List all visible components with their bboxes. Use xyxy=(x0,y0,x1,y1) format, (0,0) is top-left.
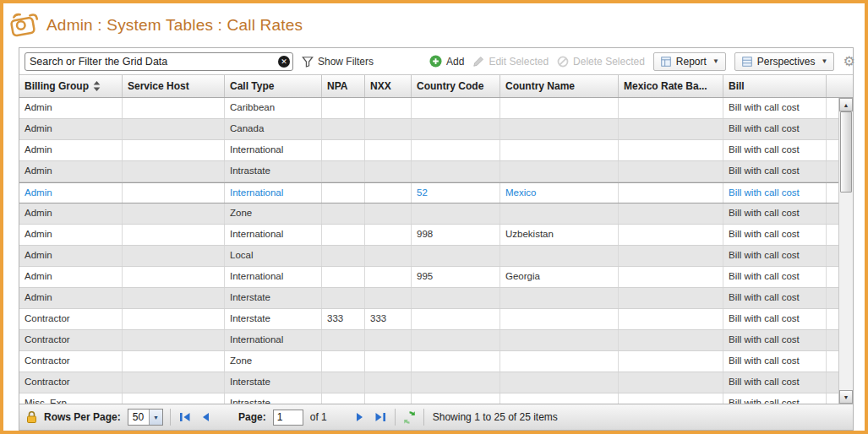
table-row[interactable]: AdminInternational995GeorgiaBill with ca… xyxy=(19,267,838,288)
table-cell xyxy=(619,351,723,372)
table-cell xyxy=(322,119,365,139)
column-header-nxx[interactable]: NXX xyxy=(365,75,412,97)
table-cell: Bill with call cost xyxy=(723,267,827,287)
table-cell: Admin xyxy=(19,140,123,160)
table-row[interactable]: ContractorInterstateBill with call cost xyxy=(19,372,838,393)
table-cell: Uzbekistan xyxy=(500,225,619,245)
table-cell xyxy=(412,372,500,393)
table-cell xyxy=(123,267,225,287)
table-cell: Zone xyxy=(225,351,322,372)
table-row[interactable]: AdminZoneBill with call cost xyxy=(19,203,838,225)
table-cell xyxy=(365,98,412,118)
table-cell: Contractor xyxy=(19,351,123,372)
show-filters-label: Show Filters xyxy=(318,56,374,68)
table-row[interactable]: Misc. ExpIntrastateBill with call cost xyxy=(19,393,838,404)
report-dropdown[interactable]: Report ▼ xyxy=(653,52,726,71)
column-header-call-type[interactable]: Call Type xyxy=(225,75,322,97)
column-header-label: Bill xyxy=(729,80,745,92)
refresh-button[interactable] xyxy=(402,410,417,425)
table-cell xyxy=(500,161,619,182)
rows-per-page-value: 50 xyxy=(128,411,149,423)
showing-items-label: Showing 1 to 25 of 25 items xyxy=(433,411,558,423)
table-cell: International xyxy=(225,330,322,350)
search-wrap: ✕ xyxy=(25,52,293,71)
gear-icon[interactable]: ⚙ xyxy=(843,53,856,69)
table-row[interactable]: AdminInternational52MexicoBill with call… xyxy=(19,182,838,203)
table-cell-filler xyxy=(827,330,838,350)
first-page-button[interactable] xyxy=(177,412,193,422)
table-cell: Bill with call cost xyxy=(723,351,827,372)
table-cell xyxy=(123,183,225,203)
table-cell: Admin xyxy=(19,161,123,182)
table-cell: Admin xyxy=(19,267,123,287)
table-cell: Admin xyxy=(19,225,123,245)
search-input[interactable] xyxy=(25,52,293,71)
column-header-billing-group[interactable]: Billing Group xyxy=(19,75,123,97)
table-row[interactable]: AdminCaribbeanBill with call cost xyxy=(19,98,838,119)
table-row[interactable]: ContractorZoneBill with call cost xyxy=(19,351,838,372)
page-number-input[interactable] xyxy=(273,410,303,426)
table-cell xyxy=(365,140,412,160)
table-row[interactable]: AdminCanadaBill with call cost xyxy=(19,119,838,140)
table-cell: Misc. Exp xyxy=(19,393,123,404)
footer-separator xyxy=(395,409,396,426)
vertical-scrollbar[interactable]: ▲ ▼ xyxy=(838,98,853,404)
show-filters-button[interactable]: Show Filters xyxy=(302,56,374,68)
footer-separator xyxy=(170,409,171,426)
previous-page-button[interactable] xyxy=(199,412,211,422)
table-cell: Admin xyxy=(19,203,123,224)
table-cell: International xyxy=(225,267,322,287)
table-cell xyxy=(123,372,225,393)
add-button[interactable]: Add xyxy=(429,55,464,68)
table-row[interactable]: AdminLocalBill with call cost xyxy=(19,246,838,267)
table-row[interactable]: AdminInternationalBill with call cost xyxy=(19,140,838,161)
table-cell xyxy=(123,351,225,372)
table-cell xyxy=(322,98,365,118)
column-header-label: Service Host xyxy=(128,80,189,92)
table-row[interactable]: ContractorInternationalBill with call co… xyxy=(19,330,838,351)
table-cell xyxy=(322,225,365,245)
scroll-down-button[interactable]: ▼ xyxy=(839,390,853,404)
next-page-button[interactable] xyxy=(354,412,366,422)
table-cell xyxy=(365,393,412,404)
grid-rows: AdminCaribbeanBill with call costAdminCa… xyxy=(19,98,838,404)
last-page-button[interactable] xyxy=(373,412,388,422)
column-header-service-host[interactable]: Service Host xyxy=(123,75,225,97)
table-cell: Mexico xyxy=(500,183,619,203)
scrollbar-track[interactable] xyxy=(839,111,853,390)
table-cell-filler xyxy=(827,183,838,203)
table-cell xyxy=(322,140,365,160)
column-header-country-code[interactable]: Country Code xyxy=(412,75,500,97)
column-header-mexico-rate[interactable]: Mexico Rate Ba... xyxy=(619,75,723,97)
scroll-up-button[interactable]: ▲ xyxy=(839,98,853,111)
table-cell xyxy=(322,267,365,287)
column-header-bill[interactable]: Bill xyxy=(723,75,827,97)
table-row[interactable]: AdminInterstateBill with call cost xyxy=(19,288,838,309)
column-header-label: Mexico Rate Ba... xyxy=(624,80,707,92)
table-row[interactable]: AdminIntrastateBill with call cost xyxy=(19,161,838,182)
table-cell xyxy=(500,393,619,404)
table-cell xyxy=(123,393,225,404)
sort-icon xyxy=(93,81,101,91)
table-row[interactable]: AdminInternational998UzbekistanBill with… xyxy=(19,225,838,246)
table-cell: Contractor xyxy=(19,372,123,393)
table-cell xyxy=(322,330,365,350)
clear-search-icon[interactable]: ✕ xyxy=(278,56,290,68)
table-cell xyxy=(619,119,723,139)
rows-per-page-select[interactable]: 50 ▼ xyxy=(128,409,163,426)
table-cell xyxy=(123,98,225,118)
delete-selected-button[interactable]: Delete Selected xyxy=(557,56,645,68)
table-cell: Interstate xyxy=(225,309,322,329)
table-cell-filler xyxy=(827,393,838,404)
table-cell: 333 xyxy=(365,309,412,329)
perspectives-dropdown[interactable]: Perspectives ▼ xyxy=(734,52,835,71)
edit-selected-button[interactable]: Edit Selected xyxy=(472,56,549,68)
table-cell xyxy=(123,203,225,224)
table-cell xyxy=(365,161,412,182)
column-header-npa[interactable]: NPA xyxy=(322,75,365,97)
grid-footer: Rows Per Page: 50 ▼ Page: of 1 xyxy=(19,404,853,430)
table-row[interactable]: ContractorInterstate333333Bill with call… xyxy=(19,309,838,330)
column-header-country-name[interactable]: Country Name xyxy=(500,75,619,97)
scrollbar-thumb[interactable] xyxy=(840,111,852,193)
table-cell: Bill with call cost xyxy=(723,393,827,404)
